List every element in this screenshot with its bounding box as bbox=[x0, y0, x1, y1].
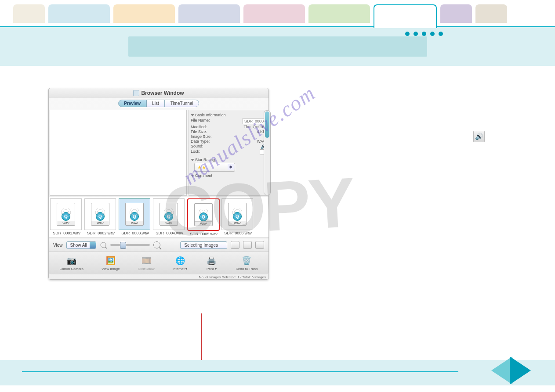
modified-value: Thu, Oct 16, bbox=[243, 125, 265, 129]
canon-camera-button[interactable]: 📷Canon Camera bbox=[60, 255, 83, 271]
camera-icon: 📷 bbox=[65, 255, 78, 266]
send-to-trash-button[interactable]: 🗑️Send to Trash bbox=[236, 255, 258, 271]
print-button[interactable]: 🖨️Print ▾ bbox=[205, 255, 218, 271]
tab-4[interactable] bbox=[178, 4, 240, 23]
seg-preview[interactable]: Preview bbox=[118, 100, 146, 107]
tab-active[interactable] bbox=[374, 4, 437, 28]
filename-label: File Name: bbox=[191, 118, 215, 124]
header-strip bbox=[0, 26, 555, 66]
modified-label: Modified: bbox=[191, 125, 215, 129]
tab-6[interactable] bbox=[308, 4, 370, 23]
browser-window: Browser Window Preview List TimeTunnel B… bbox=[48, 88, 269, 280]
misc-button-1[interactable] bbox=[231, 241, 239, 249]
zoom-in-icon[interactable] bbox=[153, 241, 160, 248]
tab-5[interactable] bbox=[243, 4, 305, 23]
status-text: No. of Images Selected: 1 / Total: 6 ima… bbox=[49, 274, 268, 279]
section-basic[interactable]: Basic Information bbox=[191, 113, 265, 117]
tab-3[interactable] bbox=[113, 4, 175, 23]
datatype-label: Data Type: bbox=[191, 139, 215, 144]
footer bbox=[0, 360, 555, 385]
slideshow-icon: 🎞️ bbox=[140, 255, 152, 266]
view-filter-dropdown[interactable]: Show All bbox=[66, 241, 96, 249]
speaker-icon: 🔊 bbox=[473, 131, 485, 142]
view-image-button[interactable]: 🖼️View Image bbox=[102, 255, 120, 271]
thumb-name: SDR_0005.wav bbox=[187, 232, 220, 236]
preview-pane bbox=[50, 110, 187, 196]
titlebar: Browser Window bbox=[49, 88, 268, 98]
printer-icon: 🖨️ bbox=[205, 255, 218, 266]
star-rating-dropdown[interactable]: ★★ bbox=[194, 163, 235, 172]
misc-button-3[interactable] bbox=[255, 241, 264, 249]
window-icon bbox=[133, 90, 139, 96]
view-controls: View Show All Selecting Images bbox=[49, 238, 268, 252]
top-tabs bbox=[0, 0, 555, 27]
thumbnail-item[interactable]: QWAVSDR_0001.wav bbox=[50, 198, 83, 236]
filename-value[interactable]: SDR_0003 bbox=[243, 118, 265, 124]
thumb-name: SDR_0006.wav bbox=[221, 231, 254, 235]
thumbnail-item[interactable]: QWAVSDR_0002.wav bbox=[84, 198, 117, 236]
thumb-name: SDR_0003.wav bbox=[119, 231, 152, 235]
thumbnail-strip: QWAVSDR_0001.wav QWAVSDR_0002.wav QWAVSD… bbox=[49, 197, 268, 238]
zoom-slider[interactable] bbox=[110, 244, 150, 246]
bottom-toolbar: 📷Canon Camera 🖼️View Image 🎞️SlideShow 🌐… bbox=[49, 252, 268, 274]
footer-line bbox=[22, 371, 458, 372]
section-star[interactable]: Star Rating bbox=[191, 158, 265, 162]
prev-page-arrow[interactable] bbox=[491, 356, 512, 385]
view-segmented: Preview List TimeTunnel bbox=[49, 98, 268, 109]
slideshow-button[interactable]: 🎞️SlideShow bbox=[138, 255, 155, 271]
info-scrollbar[interactable] bbox=[264, 110, 271, 195]
seg-list[interactable]: List bbox=[146, 100, 165, 107]
header-banner bbox=[128, 36, 427, 57]
thumbnail-item[interactable]: QWAVSDR_0005.wav bbox=[187, 198, 220, 236]
zoom-out-icon[interactable] bbox=[100, 242, 106, 248]
info-panel: Basic Information File Name:SDR_0003 Mod… bbox=[189, 110, 268, 196]
section-star-label: Star Rating bbox=[195, 158, 215, 162]
view-image-icon: 🖼️ bbox=[105, 255, 117, 266]
page-nav bbox=[491, 356, 531, 385]
view-label: View bbox=[53, 243, 63, 248]
next-page-arrow[interactable] bbox=[510, 356, 531, 385]
section-basic-label: Basic Information bbox=[195, 113, 226, 117]
tab-1[interactable] bbox=[13, 4, 45, 23]
trash-icon: 🗑️ bbox=[240, 255, 253, 266]
thumb-name: SDR_0004.wav bbox=[153, 231, 186, 235]
selection-mode-dropdown[interactable]: Selecting Images bbox=[180, 241, 227, 249]
internet-button[interactable]: 🌐Internet ▾ bbox=[173, 255, 187, 271]
globe-icon: 🌐 bbox=[174, 255, 186, 266]
content-area: COPY manualslive.com 🔊 Browser Window Pr… bbox=[0, 66, 555, 360]
section-comment[interactable]: Comment bbox=[191, 173, 265, 178]
lock-label: Lock: bbox=[191, 149, 215, 155]
tab-8[interactable] bbox=[475, 4, 507, 23]
header-dots bbox=[405, 32, 443, 36]
window-title: Browser Window bbox=[141, 90, 184, 96]
section-comment-label: Comment bbox=[195, 173, 212, 178]
thumb-name: SDR_0001.wav bbox=[50, 231, 83, 235]
seg-timetunnel[interactable]: TimeTunnel bbox=[165, 100, 199, 107]
thumb-name: SDR_0002.wav bbox=[84, 231, 117, 235]
tab-2[interactable] bbox=[48, 4, 110, 23]
misc-button-2[interactable] bbox=[243, 241, 252, 249]
tab-7[interactable] bbox=[440, 4, 472, 23]
sound-label: Sound: bbox=[191, 144, 215, 149]
filesize-label: File Size: bbox=[191, 129, 215, 134]
imagesize-label: Image Size: bbox=[191, 134, 215, 139]
thumbnail-item[interactable]: QWAVSDR_0006.wav bbox=[221, 198, 254, 236]
thumbnail-item[interactable]: QWAVSDR_0003.wav bbox=[119, 198, 152, 236]
thumbnail-item[interactable]: QWAVSDR_0004.wav bbox=[153, 198, 186, 236]
